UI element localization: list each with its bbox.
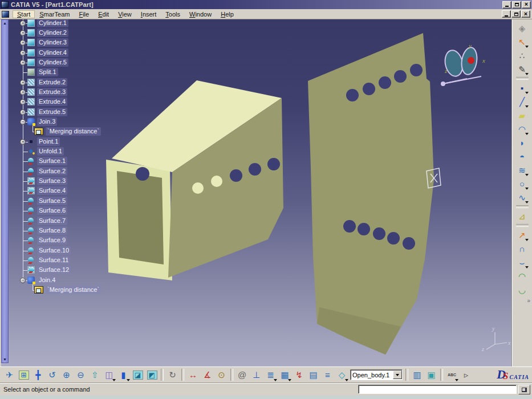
tool-fly-mode[interactable]: ✈: [2, 368, 17, 382]
tool-circle[interactable]: ○: [515, 177, 529, 190]
open-body-select[interactable]: Open_body.1: [350, 369, 403, 380]
tree-expand-plus-toggle[interactable]: +: [20, 139, 26, 145]
tree-expand-minus-toggle[interactable]: −: [20, 278, 26, 283]
cylinder-icon[interactable]: [27, 19, 35, 27]
tool-axis-system[interactable]: ⊥: [249, 368, 263, 382]
menu-help[interactable]: Help: [216, 10, 238, 18]
surface-icon[interactable]: [27, 237, 35, 244]
surface-icon[interactable]: [27, 157, 35, 165]
tool-normal-view[interactable]: ⇧: [88, 368, 102, 382]
tool-rotate-view[interactable]: ↺: [45, 368, 59, 382]
tool-spline[interactable]: ∿: [515, 190, 529, 204]
dropdown-caret-icon[interactable]: [525, 201, 529, 203]
tree-item-cylinder-2[interactable]: Cylinder.2: [37, 28, 68, 37]
surface-icon[interactable]: [27, 217, 35, 225]
tree-item-surface-4[interactable]: Surface.4: [37, 186, 67, 195]
tool-blend[interactable]: ◠: [515, 269, 529, 283]
tree-expand-plus-toggle[interactable]: +: [20, 40, 26, 46]
surface-hatched-icon[interactable]: [27, 266, 35, 274]
menu-start[interactable]: Start: [13, 10, 35, 18]
unfold-icon[interactable]: [27, 148, 35, 155]
open-body-select-dropdown-button[interactable]: [393, 370, 402, 379]
dropdown-caret-icon[interactable]: [525, 73, 529, 75]
split-icon[interactable]: [27, 68, 35, 76]
tool-loft[interactable]: ⌣: [515, 255, 529, 269]
merging-icon[interactable]: [34, 128, 43, 135]
tree-expand-plus-toggle[interactable]: +: [20, 109, 26, 115]
menu-tools[interactable]: Tools: [161, 10, 185, 18]
tree-item-surface-10[interactable]: Surface.10: [37, 246, 71, 255]
child-close-button[interactable]: ×: [521, 10, 530, 18]
tool-geometry-spray[interactable]: ∴: [515, 48, 529, 62]
dropdown-caret-icon[interactable]: [525, 188, 529, 190]
menu-view[interactable]: View: [113, 10, 136, 18]
cylinder-icon[interactable]: [27, 59, 35, 66]
tool-extrapolate[interactable]: ↗: [515, 228, 529, 242]
dropdown-caret-icon[interactable]: [525, 133, 529, 135]
tree-item-point-1[interactable]: Point.1: [37, 137, 60, 146]
tool-offset-surface[interactable]: ≋: [515, 163, 529, 177]
surface-hatched-icon[interactable]: [27, 177, 35, 185]
tool-measure-between[interactable]: ↔: [186, 368, 200, 382]
menu-edit[interactable]: Edit: [94, 10, 113, 18]
tree-item-surface-11[interactable]: Surface.11: [37, 256, 70, 264]
dropdown-caret-icon[interactable]: [525, 174, 529, 176]
tree-item-cylinder-1[interactable]: Cylinder.1: [37, 19, 68, 27]
dropdown-caret-icon[interactable]: [525, 239, 529, 241]
tool-open-body-surface[interactable]: ◇: [335, 368, 349, 382]
dropdown-caret-icon[interactable]: [112, 379, 116, 381]
tree-scroll-down-arrow[interactable]: ▼: [2, 356, 8, 363]
tool-sphere-surface[interactable]: ◓: [515, 149, 529, 163]
menu-window[interactable]: Window: [185, 10, 216, 18]
extrude-icon[interactable]: [27, 79, 35, 86]
minimize-button[interactable]: [502, 1, 511, 9]
tool-workbench-shape-design[interactable]: ◈: [515, 21, 529, 35]
dropdown-caret-icon[interactable]: [288, 379, 291, 381]
surface-icon[interactable]: [27, 168, 35, 175]
tool-fit-all-in[interactable]: ⊞: [17, 368, 31, 382]
tool-snap-to-point[interactable]: ↯: [292, 368, 306, 382]
dropdown-caret-icon[interactable]: [127, 379, 130, 381]
tree-item-surface-2[interactable]: Surface.2: [37, 167, 67, 176]
tool-measure-item[interactable]: ∡: [200, 368, 214, 382]
tree-item-unfold-1[interactable]: Unfold.1: [37, 147, 64, 156]
menu-insert[interactable]: Insert: [136, 10, 161, 18]
dropdown-caret-icon[interactable]: [525, 105, 529, 108]
tree-expand-plus-toggle[interactable]: +: [20, 89, 26, 95]
point-icon[interactable]: [30, 140, 33, 143]
dropdown-caret-icon[interactable]: [525, 266, 529, 268]
cylinder-icon[interactable]: [27, 29, 35, 36]
tree-item-surface-3[interactable]: Surface.3: [37, 177, 67, 185]
tree-item-join-3[interactable]: Join.3: [37, 117, 57, 126]
tool-work-grid[interactable]: ▦: [278, 368, 292, 382]
power-input-expand-button[interactable]: [518, 385, 530, 394]
compass[interactable]: y x z: [441, 42, 485, 86]
tool-sketcher[interactable]: ✎: [515, 62, 529, 76]
surface-icon[interactable]: [27, 247, 35, 254]
tree-item-surface-8[interactable]: Surface.8: [37, 226, 67, 235]
tool-toolbar-overflow[interactable]: ▹: [459, 368, 473, 382]
toolbar-more-chevron[interactable]: »: [527, 298, 530, 304]
tool-hide-show[interactable]: ◪: [131, 368, 145, 382]
tree-expand-plus-toggle[interactable]: +: [20, 60, 26, 66]
tree-item-merging-distance[interactable]: `Merging distance`: [46, 286, 101, 294]
dropdown-caret-icon[interactable]: [525, 46, 529, 48]
tool-extrude-surface[interactable]: ◠: [515, 122, 529, 136]
menu-smarteam[interactable]: SmarTeam: [35, 10, 74, 18]
tree-expand-plus-toggle[interactable]: +: [20, 80, 26, 85]
tree-item-extrude-2[interactable]: Extrude.2: [37, 78, 67, 87]
child-minimize-button[interactable]: [502, 10, 511, 18]
part-join4-unfolded-sheet[interactable]: [308, 33, 434, 355]
tree-item-split-1[interactable]: Split.1: [37, 68, 58, 76]
restore-button[interactable]: [512, 1, 521, 9]
extrude-icon[interactable]: [27, 88, 35, 96]
surface-hatched-icon[interactable]: [27, 187, 35, 194]
tree-expand-minus-toggle[interactable]: −: [20, 119, 26, 125]
tree-item-cylinder-3[interactable]: Cylinder.3: [37, 38, 68, 47]
surface-icon[interactable]: [27, 207, 35, 214]
tree-item-surface-5[interactable]: Surface.5: [37, 197, 67, 205]
tool-sweep[interactable]: ∩: [515, 242, 529, 255]
tool-capture-frame[interactable]: ▣: [424, 368, 438, 382]
tree-item-cylinder-4[interactable]: Cylinder.4: [37, 48, 68, 57]
cylinder-icon[interactable]: [27, 49, 35, 56]
